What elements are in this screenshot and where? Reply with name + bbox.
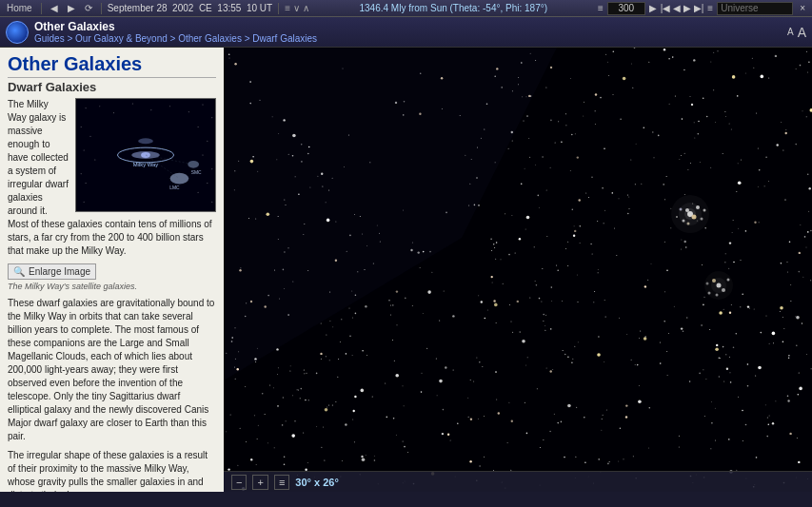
svg-point-7: [188, 111, 189, 112]
svg-point-438: [447, 434, 449, 436]
svg-point-494: [252, 156, 254, 158]
svg-point-685: [745, 73, 746, 74]
svg-point-324: [446, 212, 447, 214]
svg-point-234: [789, 433, 791, 435]
svg-point-371: [362, 350, 364, 352]
svg-point-242: [238, 351, 239, 352]
font-small-button[interactable]: A: [787, 25, 794, 40]
svg-point-656: [704, 297, 705, 298]
enlarge-button[interactable]: 🔍 Enlarge Image: [8, 263, 96, 280]
svg-point-599: [439, 380, 443, 383]
svg-point-705: [234, 63, 236, 65]
svg-point-462: [607, 463, 609, 465]
svg-point-660: [723, 380, 724, 381]
svg-point-421: [267, 295, 269, 297]
svg-point-221: [575, 133, 576, 134]
svg-point-352: [574, 346, 575, 347]
svg-point-691: [733, 220, 734, 221]
svg-point-140: [551, 301, 552, 302]
svg-point-449: [623, 77, 626, 81]
svg-point-696: [374, 456, 375, 457]
svg-point-591: [426, 348, 427, 349]
svg-point-521: [496, 68, 498, 69]
svg-point-408: [660, 362, 662, 364]
svg-point-318: [300, 398, 301, 399]
svg-point-367: [329, 360, 330, 361]
search-clear-button[interactable]: ×: [797, 2, 808, 14]
svg-point-409: [790, 301, 791, 302]
svg-point-625: [453, 369, 454, 370]
back-button[interactable]: ◀: [48, 2, 61, 14]
svg-point-573: [307, 153, 309, 155]
svg-point-697: [768, 78, 769, 79]
svg-point-480: [571, 134, 573, 136]
zoom-fit-button[interactable]: ≡: [274, 475, 289, 490]
svg-point-132: [738, 397, 739, 398]
svg-point-594: [332, 404, 333, 405]
svg-point-83: [603, 415, 604, 416]
forward-button[interactable]: ▶: [65, 2, 78, 14]
svg-point-605: [780, 306, 783, 310]
svg-point-61: [604, 210, 605, 211]
svg-point-292: [550, 167, 551, 168]
svg-point-208: [365, 269, 366, 270]
zoom-input[interactable]: [607, 2, 645, 15]
svg-point-655: [283, 119, 285, 121]
svg-point-563: [640, 330, 641, 331]
svg-point-286: [743, 440, 743, 441]
svg-point-735: [479, 465, 481, 467]
svg-point-531: [588, 197, 589, 198]
svg-point-186: [773, 342, 774, 343]
svg-point-491: [335, 221, 336, 222]
zoom-in-button[interactable]: +: [252, 475, 267, 490]
svg-point-444: [713, 52, 714, 53]
svg-point-486: [574, 225, 575, 226]
svg-point-378: [304, 373, 305, 374]
search-input[interactable]: [717, 2, 793, 15]
svg-point-606: [683, 69, 685, 71]
svg-point-650: [575, 457, 576, 458]
svg-point-405: [635, 364, 636, 365]
svg-point-218: [283, 269, 285, 271]
svg-point-275: [323, 427, 324, 428]
svg-point-268: [649, 407, 651, 409]
svg-point-581: [694, 138, 695, 139]
svg-point-151: [397, 324, 398, 325]
svg-point-271: [567, 404, 571, 408]
svg-point-112: [736, 333, 738, 335]
star-field-panel[interactable]: − + ≡ 30° x 26°: [224, 48, 812, 492]
svg-point-559: [452, 315, 454, 317]
svg-point-110: [782, 341, 784, 343]
svg-point-716: [352, 355, 353, 356]
svg-point-743: [235, 327, 236, 328]
svg-point-154: [580, 225, 582, 227]
svg-point-366: [689, 380, 691, 382]
breadcrumb: Guides > Our Galaxy & Beyond > Other Gal…: [34, 33, 317, 44]
svg-point-55: [460, 115, 461, 116]
svg-point-227: [519, 238, 521, 240]
svg-point-350: [539, 207, 540, 208]
font-large-button[interactable]: A: [798, 25, 806, 40]
svg-point-284: [380, 242, 381, 243]
svg-point-85: [666, 351, 667, 352]
svg-point-388: [519, 331, 521, 333]
svg-point-617: [719, 311, 723, 315]
svg-point-579: [469, 460, 471, 462]
svg-point-209: [439, 321, 440, 322]
svg-point-147: [421, 391, 423, 393]
svg-point-282: [567, 265, 568, 266]
home-button[interactable]: Home: [4, 2, 35, 14]
svg-point-758: [719, 376, 721, 378]
svg-point-196: [470, 380, 471, 380]
svg-point-77: [570, 78, 571, 79]
svg-point-689: [723, 346, 724, 348]
zoom-out-button[interactable]: −: [231, 475, 247, 490]
refresh-button[interactable]: ⟳: [82, 2, 95, 14]
svg-point-172: [557, 269, 559, 271]
svg-point-327: [781, 122, 782, 123]
svg-point-526: [491, 250, 492, 251]
svg-point-353: [484, 457, 485, 458]
svg-point-153: [320, 353, 322, 355]
svg-point-597: [681, 155, 682, 156]
bottom-bar: − + ≡ 30° x 26°: [224, 471, 812, 492]
